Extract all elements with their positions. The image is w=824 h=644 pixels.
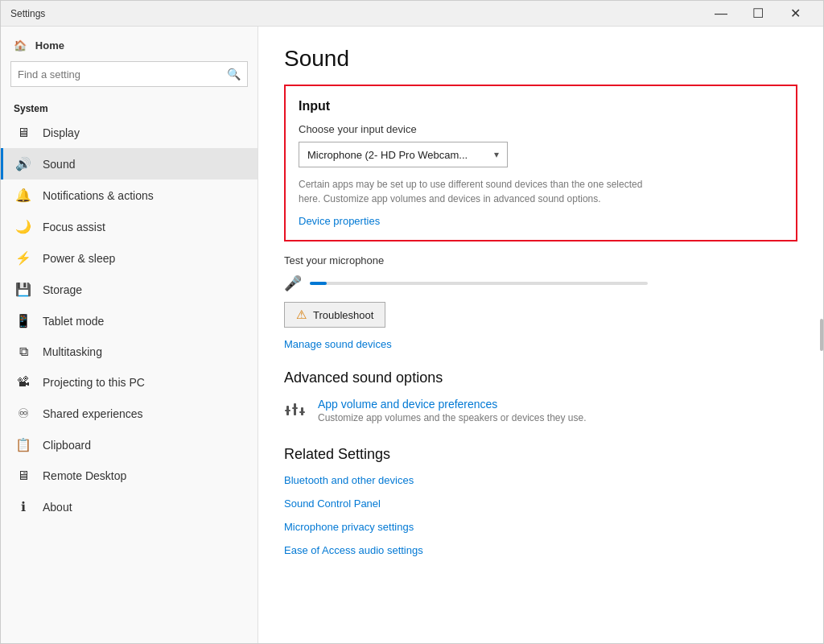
system-label: System bbox=[1, 97, 258, 118]
power-icon: ⚡ bbox=[14, 250, 33, 266]
app-volume-desc: Customize app volumes and the speakers o… bbox=[318, 412, 587, 423]
close-button[interactable]: ✕ bbox=[777, 1, 814, 27]
input-hint: Certain apps may be set up to use differ… bbox=[299, 177, 653, 206]
manage-link-container: Manage sound devices bbox=[284, 337, 797, 350]
svg-rect-2 bbox=[294, 403, 296, 415]
troubleshoot-button[interactable]: ⚠ Troubleshoot bbox=[284, 302, 385, 328]
window-title: Settings bbox=[10, 8, 702, 19]
main-panel: Sound Input Choose your input device Mic… bbox=[258, 27, 823, 643]
sidebar-item-label: Projecting to this PC bbox=[43, 376, 145, 389]
choose-device-label: Choose your input device bbox=[299, 123, 783, 135]
sidebar-item-label: Remote Desktop bbox=[43, 469, 126, 482]
chevron-down-icon: ▾ bbox=[494, 149, 499, 160]
sidebar-item-label: Tablet mode bbox=[43, 315, 104, 328]
about-icon: ℹ bbox=[14, 499, 33, 514]
svg-rect-5 bbox=[299, 411, 305, 413]
shared-icon: ♾ bbox=[14, 406, 33, 421]
sidebar-item-power[interactable]: ⚡ Power & sleep bbox=[1, 242, 258, 274]
test-microphone-section: Test your microphone 🎤 ⚠ Troubleshoot Ma… bbox=[284, 254, 797, 350]
sound-icon: 🔊 bbox=[14, 156, 33, 171]
microphone-privacy-link[interactable]: Microphone privacy settings bbox=[284, 521, 797, 533]
related-links: Bluetooth and other devices Sound Contro… bbox=[284, 474, 797, 556]
advanced-title: Advanced sound options bbox=[284, 369, 797, 386]
window-controls: — ☐ ✕ bbox=[702, 1, 814, 27]
troubleshoot-label: Troubleshoot bbox=[313, 309, 373, 321]
minimize-button[interactable]: — bbox=[702, 1, 740, 27]
ease-of-access-audio-link[interactable]: Ease of Access audio settings bbox=[284, 544, 797, 556]
tablet-icon: 📱 bbox=[14, 313, 33, 328]
manage-sound-devices-link[interactable]: Manage sound devices bbox=[284, 338, 392, 350]
settings-window: Settings — ☐ ✕ 🏠 Home 🔍 System 🖥 Display bbox=[0, 0, 824, 644]
sidebar-item-label: Shared experiences bbox=[43, 407, 143, 420]
scroll-indicator bbox=[820, 319, 823, 351]
sound-control-panel-link[interactable]: Sound Control Panel bbox=[284, 497, 797, 510]
mic-row: 🎤 bbox=[284, 275, 797, 292]
sidebar-item-focus[interactable]: 🌙 Focus assist bbox=[1, 211, 258, 242]
sidebar-item-storage[interactable]: 💾 Storage bbox=[1, 274, 258, 305]
main-content: 🏠 Home 🔍 System 🖥 Display 🔊 Sound 🔔 Noti… bbox=[1, 27, 823, 643]
sidebar-item-label: About bbox=[43, 501, 72, 514]
volume-bar-track bbox=[310, 282, 648, 285]
sidebar-item-shared[interactable]: ♾ Shared experiences bbox=[1, 398, 258, 429]
advanced-section: Advanced sound options App vol bbox=[284, 369, 797, 427]
bluetooth-link[interactable]: Bluetooth and other devices bbox=[284, 474, 797, 486]
multitasking-icon: ⧉ bbox=[14, 345, 33, 359]
clipboard-icon: 📋 bbox=[14, 437, 33, 452]
dropdown-value: Microphone (2- HD Pro Webcam... bbox=[307, 149, 468, 161]
input-section: Input Choose your input device Microphon… bbox=[284, 85, 797, 242]
sidebar-home[interactable]: 🏠 Home bbox=[1, 27, 258, 58]
input-title: Input bbox=[299, 99, 783, 114]
home-label: Home bbox=[35, 39, 64, 52]
sidebar-item-sound[interactable]: 🔊 Sound bbox=[1, 148, 258, 180]
test-label: Test your microphone bbox=[284, 254, 797, 266]
home-icon: 🏠 bbox=[14, 39, 27, 52]
sidebar-item-label: Display bbox=[43, 126, 80, 139]
svg-rect-3 bbox=[292, 407, 298, 409]
input-device-dropdown[interactable]: Microphone (2- HD Pro Webcam... ▾ bbox=[299, 142, 508, 167]
sidebar-item-tablet[interactable]: 📱 Tablet mode bbox=[1, 305, 258, 336]
sidebar-item-label: Storage bbox=[43, 283, 82, 296]
app-volume-label[interactable]: App volume and device preferences bbox=[318, 398, 587, 411]
warning-icon: ⚠ bbox=[296, 308, 307, 322]
sidebar-item-multitasking[interactable]: ⧉ Multitasking bbox=[1, 336, 258, 367]
display-icon: 🖥 bbox=[14, 126, 33, 140]
device-properties-link[interactable]: Device properties bbox=[299, 215, 380, 227]
sidebar-item-about[interactable]: ℹ About bbox=[1, 491, 258, 522]
search-box[interactable]: 🔍 bbox=[10, 61, 248, 87]
related-section: Related Settings Bluetooth and other dev… bbox=[284, 446, 797, 556]
microphone-icon: 🎤 bbox=[284, 275, 302, 292]
storage-icon: 💾 bbox=[14, 282, 33, 297]
sidebar-item-label: Focus assist bbox=[43, 221, 105, 233]
notifications-icon: 🔔 bbox=[14, 188, 33, 203]
focus-icon: 🌙 bbox=[14, 219, 33, 234]
page-title: Sound bbox=[284, 46, 797, 72]
sidebar: 🏠 Home 🔍 System 🖥 Display 🔊 Sound 🔔 Noti… bbox=[1, 27, 258, 643]
sidebar-item-label: Sound bbox=[43, 158, 75, 171]
sidebar-item-projecting[interactable]: 📽 Projecting to this PC bbox=[1, 367, 258, 398]
mixer-icon bbox=[284, 399, 307, 427]
app-volume-row: App volume and device preferences Custom… bbox=[284, 398, 797, 427]
sidebar-item-label: Clipboard bbox=[43, 439, 91, 452]
title-bar: Settings — ☐ ✕ bbox=[1, 1, 823, 27]
svg-rect-1 bbox=[285, 410, 290, 411]
app-volume-text: App volume and device preferences Custom… bbox=[318, 398, 587, 423]
sidebar-item-label: Multitasking bbox=[43, 345, 102, 358]
remote-icon: 🖥 bbox=[14, 469, 33, 483]
sidebar-item-display[interactable]: 🖥 Display bbox=[1, 118, 258, 148]
volume-bar-fill bbox=[310, 282, 327, 285]
related-title: Related Settings bbox=[284, 446, 797, 463]
sidebar-item-label: Notifications & actions bbox=[43, 189, 154, 202]
search-input[interactable] bbox=[18, 68, 227, 80]
restore-button[interactable]: ☐ bbox=[740, 1, 777, 27]
sidebar-item-remote[interactable]: 🖥 Remote Desktop bbox=[1, 460, 258, 491]
sidebar-item-clipboard[interactable]: 📋 Clipboard bbox=[1, 429, 258, 460]
search-icon: 🔍 bbox=[227, 68, 241, 80]
sidebar-item-label: Power & sleep bbox=[43, 252, 115, 265]
projecting-icon: 📽 bbox=[14, 375, 33, 390]
sidebar-item-notifications[interactable]: 🔔 Notifications & actions bbox=[1, 180, 258, 211]
